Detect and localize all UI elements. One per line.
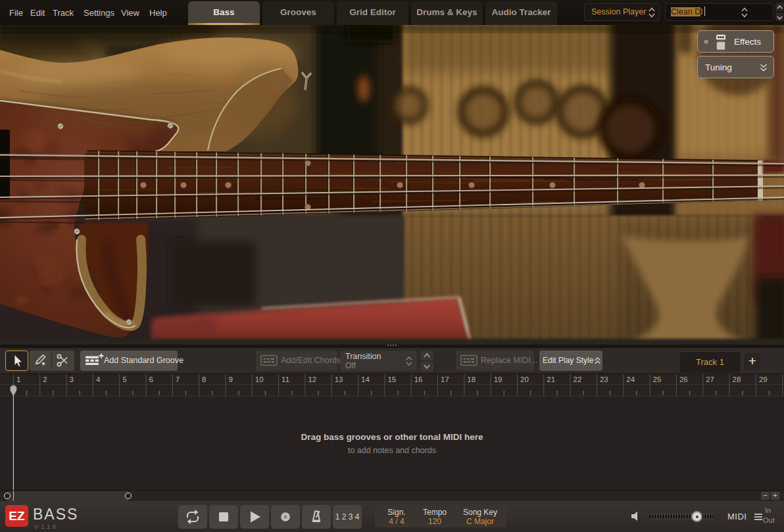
svg-text:9: 9 — [229, 375, 233, 383]
svg-text:21: 21 — [547, 375, 555, 383]
svg-text:23: 23 — [600, 375, 608, 383]
svg-text:13: 13 — [335, 375, 343, 383]
svg-text:17: 17 — [441, 375, 449, 383]
svg-text:5: 5 — [122, 375, 126, 383]
svg-text:2: 2 — [43, 375, 47, 383]
svg-text:14: 14 — [361, 375, 370, 383]
svg-text:12: 12 — [308, 375, 316, 383]
svg-text:10: 10 — [255, 375, 264, 383]
svg-text:6: 6 — [149, 375, 153, 383]
svg-text:4: 4 — [96, 375, 101, 383]
svg-text:11: 11 — [282, 375, 289, 383]
svg-text:24: 24 — [626, 375, 635, 383]
svg-text:26: 26 — [679, 375, 688, 383]
svg-text:8: 8 — [202, 375, 206, 383]
svg-text:27: 27 — [706, 375, 714, 383]
svg-text:1: 1 — [16, 375, 20, 383]
svg-text:18: 18 — [467, 375, 476, 383]
svg-text:19: 19 — [494, 375, 502, 383]
svg-text:3: 3 — [70, 375, 74, 383]
svg-text:28: 28 — [733, 375, 741, 383]
svg-text:16: 16 — [414, 375, 423, 383]
svg-text:20: 20 — [520, 375, 529, 383]
svg-text:29: 29 — [759, 375, 768, 383]
svg-text:22: 22 — [574, 375, 582, 383]
svg-text:7: 7 — [176, 375, 180, 383]
svg-text:25: 25 — [653, 375, 662, 383]
svg-text:15: 15 — [387, 375, 396, 383]
